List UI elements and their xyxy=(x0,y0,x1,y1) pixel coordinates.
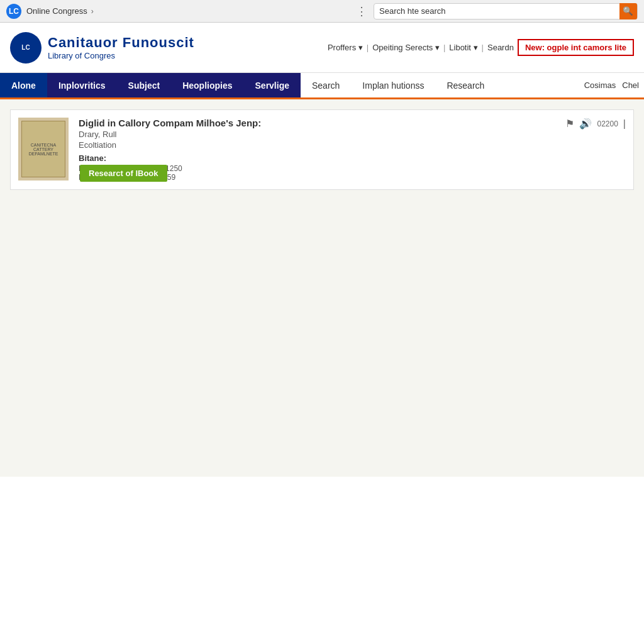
nav-spacer xyxy=(496,73,584,97)
browser-logo-icon: LC xyxy=(6,4,21,19)
search-icon: 🔍 xyxy=(623,6,633,16)
tab-subject[interactable]: Subject xyxy=(117,73,172,97)
sound-icon[interactable]: 🔊 xyxy=(579,118,592,130)
loc-logo-area: LC Canitauor Funouscit Library of Congre… xyxy=(10,32,194,64)
highlight-button[interactable]: New: ogple int camors lite xyxy=(518,39,634,56)
nav-link-libotit[interactable]: Libotit ▾ xyxy=(449,43,477,52)
tab-search[interactable]: Search xyxy=(301,73,351,97)
browser-search-input[interactable] xyxy=(379,6,619,16)
loc-header: LC Canitauor Funouscit Library of Congre… xyxy=(0,23,644,73)
result-item: CANITECNACATTERYDEFAMLNETE Diglid in Cal… xyxy=(10,109,634,190)
org-name: Canitauor Funouscit xyxy=(48,35,194,51)
result-button-area: Researct of IBook xyxy=(80,165,167,182)
loc-logo-text: Canitauor Funouscit Library of Congres xyxy=(48,35,194,60)
browser-search-bar: 🔍 xyxy=(374,3,638,19)
org-subtitle: Library of Congres xyxy=(48,51,194,60)
tab-implan-hutionss[interactable]: Implan hutionss xyxy=(351,73,435,97)
nav-sep-2: | xyxy=(443,43,445,52)
nav-right-links: Cosimas Chel xyxy=(584,73,639,97)
nav-sep-3: | xyxy=(482,43,484,52)
content-area: CANITECNACATTERYDEFAMLNETE Diglid in Cal… xyxy=(0,99,644,477)
loc-logo-icon: LC xyxy=(10,32,42,64)
browser-menu-icon[interactable]: ⋮ xyxy=(356,4,367,18)
book-cover-image: CANITECNACATTERYDEFAMLNETE xyxy=(21,121,65,177)
more-icon[interactable]: | xyxy=(623,118,626,130)
result-count: 02200 xyxy=(597,119,618,128)
result-thumbnail: CANITECNACATTERYDEFAMLNETE xyxy=(18,118,69,180)
browser-search-button[interactable]: 🔍 xyxy=(619,3,637,19)
nav-link-cosimas[interactable]: Cosimas xyxy=(584,80,616,90)
loc-nav-links: Proffers ▾ | Opeiting Serects ▾ | Liboti… xyxy=(328,39,634,56)
nav-link-opeiting[interactable]: Opeiting Serects ▾ xyxy=(372,43,440,52)
tab-heopliopies[interactable]: Heopliopies xyxy=(171,73,243,97)
browser-bar: LC Online Congress › ⋮ 🔍 xyxy=(0,0,644,23)
nav-sep-1: | xyxy=(367,43,369,52)
tab-servlige[interactable]: Servlige xyxy=(244,73,301,97)
nav-link-proffers[interactable]: Proffers ▾ xyxy=(328,43,363,52)
tab-inplovritics[interactable]: Inplovritics xyxy=(47,73,117,97)
result-author: Drary, Rull xyxy=(79,130,626,139)
tab-alone[interactable]: Alone xyxy=(0,73,47,97)
result-title: Diglid in Callory Compam Milhoe's Jenp: xyxy=(79,118,626,128)
nav-link-seardn[interactable]: Seardn xyxy=(487,43,514,52)
chevron-icon: › xyxy=(91,7,94,16)
result-actions: ⚑ 🔊 02200 | xyxy=(565,118,626,130)
flag-icon[interactable]: ⚑ xyxy=(565,118,574,130)
tab-research[interactable]: Research xyxy=(435,73,496,97)
main-nav: Alone Inplovritics Subject Heopliopies S… xyxy=(0,73,644,99)
browser-tab-title: Online Congress xyxy=(26,6,87,16)
result-label: Bitane: xyxy=(79,153,626,163)
result-type: Ecoltiation xyxy=(79,140,626,150)
nav-link-chel[interactable]: Chel xyxy=(622,80,639,90)
research-book-button[interactable]: Researct of IBook xyxy=(80,165,167,182)
